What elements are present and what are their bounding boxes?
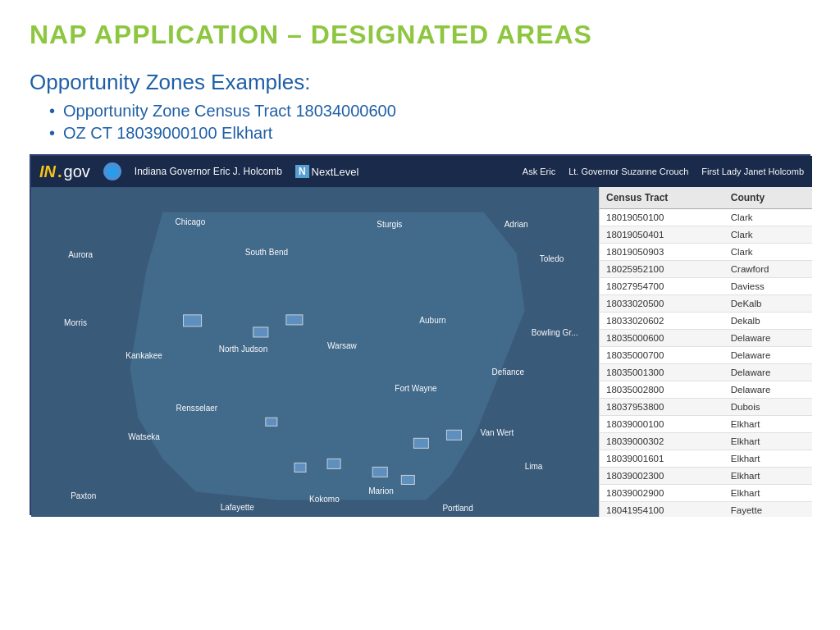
- logo-dot: .: [57, 162, 62, 181]
- county-cell: Elkhart: [724, 433, 812, 450]
- label-adrian: Adrian: [504, 220, 528, 229]
- census-table: Census Tract County 18019050100Clark1801…: [600, 187, 812, 517]
- label-bowling: Bowling Gr...: [532, 328, 578, 337]
- label-paxton: Paxton: [71, 491, 96, 500]
- county-cell: Elkhart: [724, 485, 812, 502]
- globe-icon: 🌐: [103, 162, 121, 180]
- county-cell: Delaware: [724, 330, 812, 347]
- col-county: County: [724, 187, 812, 209]
- table-row: 18037953800Dubois: [600, 399, 812, 416]
- table-row: 18019050903Clark: [600, 244, 812, 261]
- zone-10: [266, 418, 277, 426]
- tract-cell: 18019050100: [600, 209, 724, 226]
- ingov-logo: IN.gov: [39, 162, 90, 181]
- county-cell: Delaware: [724, 364, 812, 381]
- county-cell: Daviess: [724, 278, 812, 295]
- zone-9: [401, 475, 414, 484]
- county-cell: Crawford: [724, 261, 812, 278]
- table-row: 18035000600Delaware: [600, 330, 812, 347]
- nav-links: Ask Eric Lt. Governor Suzanne Crouch Fir…: [523, 166, 804, 177]
- label-defiance: Defiance: [492, 368, 525, 377]
- table-body: 18019050100Clark18019050401Clark18019050…: [600, 209, 812, 518]
- county-cell: Elkhart: [724, 468, 812, 485]
- page-title: NAP APPLICATION – DESIGNATED AREAS: [30, 20, 810, 50]
- county-cell: DeKalb: [724, 295, 812, 313]
- table-row: 18025952100Crawford: [600, 261, 812, 278]
- label-south-bend: South Bend: [245, 248, 288, 257]
- label-kokomo: Kokomo: [309, 495, 340, 504]
- table-area: Census Tract County 18019050100Clark1801…: [599, 187, 812, 517]
- label-warsaw: Warsaw: [327, 341, 358, 350]
- table-row: 18033020500DeKalb: [600, 295, 812, 313]
- nextlevel-logo: N NextLevel: [295, 165, 358, 178]
- col-census-tract: Census Tract: [600, 187, 724, 209]
- tract-cell: 18039000302: [600, 433, 724, 450]
- label-lima: Lima: [525, 462, 543, 471]
- logo-in: IN: [39, 162, 56, 181]
- tract-cell: 18035000600: [600, 330, 724, 347]
- ingov-navbar: IN.gov 🌐 Indiana Governor Eric J. Holcom…: [31, 156, 812, 187]
- map-area: Chicago Aurora South Bend Sturgis Adrian…: [31, 187, 599, 517]
- tract-cell: 18019050903: [600, 244, 724, 261]
- zone-5: [446, 430, 461, 440]
- table-row: 18035001300Delaware: [600, 364, 812, 381]
- table-header-row: Census Tract County: [600, 187, 812, 209]
- zone-4: [413, 438, 428, 448]
- tract-cell: 18025952100: [600, 261, 724, 278]
- label-watseka: Watseka: [128, 432, 160, 441]
- county-cell: Fayette: [724, 502, 812, 518]
- county-cell: Dubois: [724, 399, 812, 416]
- tract-cell: 18019050401: [600, 226, 724, 244]
- county-cell: Delaware: [724, 347, 812, 364]
- county-cell: Clark: [724, 209, 812, 226]
- county-cell: Delaware: [724, 381, 812, 399]
- tract-cell: 18027954700: [600, 278, 724, 295]
- bullet-item-1: Opportunity Zone Census Tract 1803400060…: [49, 102, 810, 121]
- first-lady-link[interactable]: First Lady Janet Holcomb: [701, 166, 804, 177]
- tract-cell: 18035002800: [600, 381, 724, 399]
- map-svg: Chicago Aurora South Bend Sturgis Adrian…: [31, 187, 599, 517]
- lt-governor-link[interactable]: Lt. Governor Suzanne Crouch: [568, 166, 688, 177]
- tract-cell: 18037953800: [600, 399, 724, 416]
- table-row: 18039000302Elkhart: [600, 433, 812, 450]
- table-row: 18027954700Daviess: [600, 278, 812, 295]
- nextlevel-text: NextLevel: [312, 166, 359, 178]
- table-row: 18033020602Dekalb: [600, 313, 812, 330]
- tract-cell: 18033020500: [600, 295, 724, 313]
- tract-cell: 18035000700: [600, 347, 724, 364]
- county-cell: Clark: [724, 244, 812, 261]
- map-table-container: Chicago Aurora South Bend Sturgis Adrian…: [31, 187, 812, 517]
- table-row: 18039002900Elkhart: [600, 485, 812, 502]
- table-row: 18019050100Clark: [600, 209, 812, 226]
- tract-cell: 18039002900: [600, 485, 724, 502]
- tract-cell: 18035001300: [600, 364, 724, 381]
- table-row: 18039001601Elkhart: [600, 450, 812, 468]
- zone-8: [372, 467, 387, 477]
- tract-cell: 18039001601: [600, 450, 724, 468]
- label-portland: Portland: [442, 504, 472, 513]
- zone-3: [286, 315, 303, 325]
- bullet-item-2: OZ CT 18039000100 Elkhart: [49, 124, 810, 143]
- page-container: NAP APPLICATION – DESIGNATED AREAS Oppor…: [0, 0, 840, 630]
- label-auburn: Auburn: [419, 316, 445, 325]
- zone-6: [327, 459, 340, 468]
- label-lafayette: Lafayette: [221, 503, 255, 512]
- label-sturgis: Sturgis: [377, 220, 402, 229]
- label-morris: Morris: [64, 318, 87, 327]
- tract-cell: 18039002300: [600, 468, 724, 485]
- county-cell: Clark: [724, 226, 812, 244]
- label-kankakee: Kankakee: [126, 351, 162, 360]
- table-row: 18035002800Delaware: [600, 381, 812, 399]
- tract-cell: 18039000100: [600, 416, 724, 433]
- county-cell: Elkhart: [724, 416, 812, 433]
- ask-eric-link[interactable]: Ask Eric: [523, 166, 555, 177]
- governor-text: Indiana Governor Eric J. Holcomb: [135, 166, 282, 177]
- logo-gov: gov: [64, 162, 90, 181]
- county-cell: Elkhart: [724, 450, 812, 468]
- table-row: 18041954100Fayette: [600, 502, 812, 518]
- label-marion: Marion: [368, 487, 394, 496]
- county-cell: Dekalb: [724, 313, 812, 330]
- table-row: 18039002300Elkhart: [600, 468, 812, 485]
- bullet-list: Opportunity Zone Census Tract 1803400060…: [30, 102, 810, 143]
- table-row: 18019050401Clark: [600, 226, 812, 244]
